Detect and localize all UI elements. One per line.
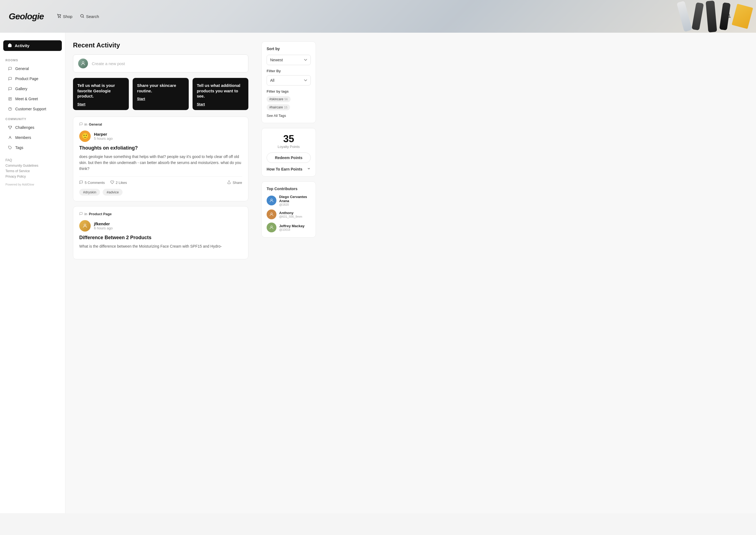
contributor-name-1[interactable]: Anthony	[279, 211, 302, 215]
prompt-cards: Tell us what is your favorite Geologie p…	[73, 78, 248, 110]
post-card-1: in Product Page jfkender 6 hours ago Dif…	[73, 206, 248, 259]
prompt-card-0: Tell us what is your favorite Geologie p…	[73, 78, 129, 110]
tag-advice[interactable]: #advice	[103, 189, 122, 196]
svg-point-9	[9, 107, 12, 111]
post-author-name-1[interactable]: jfkender	[94, 221, 113, 226]
post-card-0: in General 🙂 Harper 5 hours ago Thoughts…	[73, 117, 248, 201]
post-title-0[interactable]: Thoughts on exfoliating?	[79, 145, 242, 151]
filter-select[interactable]: All Posts Questions Reviews	[267, 75, 311, 86]
comments-action-0[interactable]: 5 Comments	[79, 180, 105, 185]
cart-icon	[57, 14, 61, 19]
post-room-label-0: in General	[79, 122, 242, 127]
main-nav: Shop Search	[57, 14, 99, 19]
sidebar: Activity ROOMS General Product Page	[0, 33, 66, 513]
powered-by: Powered by AddGlow	[0, 181, 65, 188]
prompt-card-1: Share your skincare routine. Start	[133, 78, 188, 110]
svg-point-0	[58, 17, 59, 18]
top-contributors-widget: Top Contributors Diego Cervantes Arana @…	[261, 182, 316, 238]
contributor-name-0[interactable]: Diego Cervantes Arana	[279, 195, 311, 203]
svg-point-16	[271, 199, 272, 201]
contributor-avatar-0	[267, 196, 276, 205]
contributor-row-2: Jeffrey Mackay @1001li	[267, 223, 311, 232]
how-to-earn[interactable]: How To Earn Points	[267, 167, 311, 171]
contributor-avatar-1	[267, 210, 276, 219]
contributor-handle-1: @631_556_9mm	[279, 215, 302, 218]
contributors-list: Diego Cervantes Arana @1820 Anthony @631…	[267, 195, 311, 232]
tag-filter-skincare[interactable]: #skincare 56	[267, 96, 291, 102]
svg-point-18	[271, 226, 272, 227]
sidebar-item-challenges[interactable]: Challenges	[2, 123, 63, 132]
comment-icon-0	[79, 122, 83, 127]
sidebar-item-general[interactable]: General	[2, 64, 63, 73]
contributor-avatar-2	[267, 223, 276, 232]
contributor-name-2[interactable]: Jeffrey Mackay	[279, 224, 305, 228]
sidebar-item-tags[interactable]: Tags	[2, 143, 63, 153]
sidebar-item-activity[interactable]: Activity	[3, 40, 62, 51]
comments-icon-0	[79, 180, 83, 185]
sort-title: Sort by	[267, 46, 311, 51]
page-layout: Activity ROOMS General Product Page	[0, 33, 756, 513]
help-icon	[8, 106, 13, 111]
redeem-points-button[interactable]: Redeem Points	[267, 153, 311, 163]
post-body-1: What is the difference between the Moist…	[79, 243, 242, 249]
svg-point-1	[60, 17, 61, 18]
filter-label: Filter By	[267, 69, 311, 73]
sidebar-item-gallery[interactable]: Gallery	[2, 84, 63, 94]
page-title: Recent Activity	[73, 42, 248, 49]
svg-point-15	[84, 224, 86, 226]
create-post-bar[interactable]: Create a new post	[73, 54, 248, 72]
main-content: Recent Activity Create a new post Tell u…	[66, 33, 256, 513]
faq-link[interactable]: FAQ	[6, 158, 60, 162]
chat-icon-3	[8, 86, 13, 91]
post-actions-0: 5 Comments 2 Likes	[79, 176, 242, 185]
chat-lines-icon	[8, 97, 13, 101]
post-author-row-1: jfkender 6 hours ago	[79, 220, 242, 232]
svg-point-13	[82, 62, 84, 64]
rooms-section-label: ROOMS	[0, 55, 65, 64]
chat-icon-2	[8, 76, 13, 81]
community-guidelines-link[interactable]: Community Guidelines	[6, 164, 60, 168]
loyalty-widget: 35 Loyalty Points Redeem Points How To E…	[261, 128, 316, 177]
chat-icon	[8, 66, 13, 71]
hero-products	[189, 0, 756, 33]
sort-select[interactable]: Newest Oldest Most Popular	[267, 55, 311, 65]
post-room-label-1: in Product Page	[79, 212, 242, 216]
prompt-card-text-2: Tell us what additional products you wan…	[197, 83, 244, 99]
post-author-name-0[interactable]: Harper	[94, 132, 113, 136]
community-section-label: COMMUNITY	[0, 114, 65, 122]
tag-dryskin[interactable]: #dryskin	[79, 189, 100, 196]
sidebar-item-members[interactable]: Members	[2, 133, 63, 142]
share-action-0[interactable]: Share	[227, 180, 242, 185]
see-all-tags-link[interactable]: See All Tags	[267, 114, 286, 118]
create-post-placeholder: Create a new post	[92, 61, 243, 66]
post-title-1[interactable]: Difference Between 2 Products	[79, 235, 242, 240]
post-author-row-0: 🙂 Harper 5 hours ago	[79, 130, 242, 142]
search-link[interactable]: Search	[80, 14, 99, 19]
svg-line-3	[83, 16, 84, 18]
prompt-card-text-1: Share your skincare routine.	[137, 83, 184, 94]
prompt-card-start-1[interactable]: Start	[137, 97, 184, 101]
contributor-row-0: Diego Cervantes Arana @1820	[267, 195, 311, 206]
shop-link[interactable]: Shop	[57, 14, 72, 19]
contributor-handle-2: @1001li	[279, 228, 305, 231]
chevron-down-icon	[307, 167, 311, 171]
logo[interactable]: Geologie	[9, 12, 44, 21]
privacy-link[interactable]: Privacy Policy	[6, 175, 60, 179]
tag-filter-row: #skincare 56 #haircare 15	[267, 96, 311, 110]
prompt-card-text-0: Tell us what is your favorite Geologie p…	[77, 83, 124, 99]
sidebar-item-product-page[interactable]: Product Page	[2, 74, 63, 84]
sidebar-item-customer-support[interactable]: Customer Support	[2, 104, 63, 114]
prompt-card-start-0[interactable]: Start	[77, 102, 124, 106]
home-icon	[8, 43, 12, 48]
hero-banner: Geologie Shop	[0, 0, 756, 33]
tag-filter-haircare[interactable]: #haircare 15	[267, 104, 290, 110]
likes-action-0[interactable]: 2 Likes	[110, 180, 127, 185]
prompt-card-start-2[interactable]: Start	[197, 102, 244, 106]
loyalty-points-label: Loyalty Points	[267, 145, 311, 149]
sidebar-item-meet-greet[interactable]: Meet & Greet	[2, 94, 63, 104]
comment-icon-1	[79, 212, 83, 216]
svg-point-11	[10, 136, 11, 138]
terms-link[interactable]: Terms of Service	[6, 169, 60, 173]
post-author-avatar-1	[79, 220, 91, 232]
contributor-handle-0: @1820	[279, 203, 311, 206]
